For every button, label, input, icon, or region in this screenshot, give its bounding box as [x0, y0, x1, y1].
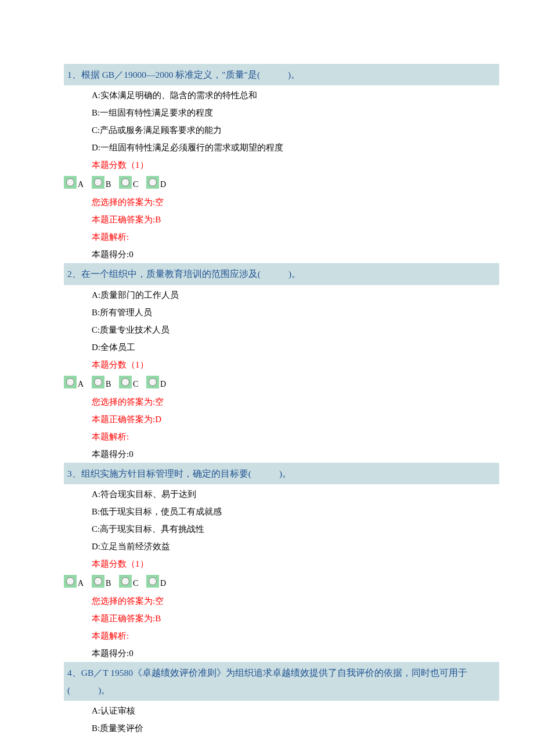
radio-a[interactable]: [64, 376, 77, 388]
question-2-choices: A B C D: [64, 373, 499, 393]
option-c: C:质量专业技术人员: [92, 321, 499, 339]
radio-c-label: C: [133, 579, 138, 588]
radio-a-label: A: [78, 380, 84, 389]
radio-c[interactable]: [119, 176, 132, 189]
question-1-options: A:实体满足明确的、隐含的需求的特性总和 B:一组固有特性满足要求的程度 C:产…: [64, 87, 499, 156]
analysis: 本题解析:: [92, 428, 499, 445]
radio-a-label: A: [78, 180, 84, 189]
option-b: B:质量奖评价: [92, 719, 499, 737]
option-a: A:符合现实目标、易于达到: [92, 485, 499, 503]
option-b: B:所有管理人员: [92, 304, 499, 321]
question-3-options: A:符合现实目标、易于达到 B:低于现实目标，使员工有成就感 C:高于现实目标、…: [64, 485, 499, 555]
radio-b[interactable]: [92, 376, 104, 388]
option-b: B:低于现实目标，使员工有成就感: [92, 503, 499, 520]
radio-d[interactable]: [146, 176, 159, 189]
question-2-result: 您选择的答案为:空 本题正确答案为:D 本题解析: 本题得分:0: [64, 393, 499, 463]
question-2-score: 本题分数（1）: [64, 356, 499, 373]
question-4-options: A:认证审核 B:质量奖评价: [64, 702, 499, 737]
question-1-choices: A B C D: [64, 174, 499, 193]
selected-answer: 您选择的答案为:空: [92, 193, 499, 211]
option-d: D:一组固有特性满足必须履行的需求或期望的程度: [92, 139, 499, 156]
question-3-choices: A B C D: [64, 573, 499, 592]
question-3-score: 本题分数（1）: [64, 555, 499, 573]
question-2-title: 2、在一个组织中，质量教育培训的范围应涉及( )。: [64, 263, 499, 285]
got-score: 本题得分:0: [92, 246, 499, 263]
radio-d[interactable]: [146, 376, 159, 388]
radio-c-label: C: [133, 180, 138, 189]
question-2-options: A:质量部门的工作人员 B:所有管理人员 C:质量专业技术人员 D:全体员工: [64, 286, 499, 356]
analysis: 本题解析:: [92, 627, 499, 645]
option-d: D:全体员工: [92, 339, 499, 356]
radio-c-label: C: [133, 380, 138, 389]
radio-d-label: D: [160, 180, 166, 189]
radio-d[interactable]: [146, 575, 159, 588]
selected-answer: 您选择的答案为:空: [92, 393, 499, 411]
question-1-result: 您选择的答案为:空 本题正确答案为:B 本题解析: 本题得分:0: [64, 193, 499, 263]
correct-answer: 本题正确答案为:D: [92, 411, 499, 428]
got-score: 本题得分:0: [92, 645, 499, 662]
question-4-title: 4、GB／T 19580《卓越绩效评价准则》为组织追求卓越绩效提供了自我评价的依…: [64, 662, 499, 701]
option-a: A:认证审核: [92, 702, 499, 719]
option-a: A:质量部门的工作人员: [92, 286, 499, 304]
radio-a[interactable]: [64, 176, 77, 189]
radio-b[interactable]: [92, 575, 104, 588]
radio-c[interactable]: [119, 376, 132, 388]
radio-d-label: D: [160, 380, 166, 389]
option-a: A:实体满足明确的、隐含的需求的特性总和: [92, 87, 499, 104]
selected-answer: 您选择的答案为:空: [92, 592, 499, 610]
option-d: D:立足当前经济效益: [92, 538, 499, 555]
option-c: C:产品或服务满足顾客要求的能力: [92, 121, 499, 139]
question-3-result: 您选择的答案为:空 本题正确答案为:B 本题解析: 本题得分:0: [64, 592, 499, 662]
analysis: 本题解析:: [92, 228, 499, 246]
option-b: B:一组固有特性满足要求的程度: [92, 104, 499, 121]
question-3-title: 3、组织实施方针目标管理时，确定的目标要( )。: [64, 463, 499, 484]
radio-b-label: B: [106, 380, 111, 389]
radio-a-label: A: [78, 579, 84, 588]
question-1-title: 1、根据 GB／19000—2000 标准定义，"质量"是( )。: [64, 64, 499, 85]
correct-answer: 本题正确答案为:B: [92, 211, 499, 228]
radio-b[interactable]: [92, 176, 104, 189]
radio-b-label: B: [106, 180, 111, 189]
question-1-score: 本题分数（1）: [64, 156, 499, 174]
radio-c[interactable]: [119, 575, 132, 588]
got-score: 本题得分:0: [92, 445, 499, 463]
radio-d-label: D: [160, 579, 166, 588]
radio-b-label: B: [106, 579, 111, 588]
correct-answer: 本题正确答案为:B: [92, 610, 499, 627]
option-c: C:高于现实目标、具有挑战性: [92, 520, 499, 538]
radio-a[interactable]: [64, 575, 77, 588]
